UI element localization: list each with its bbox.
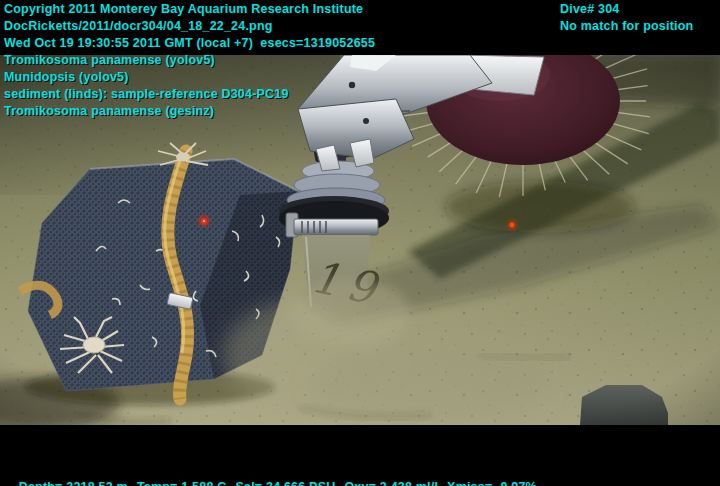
overlay-position-status: No match for position	[560, 19, 693, 34]
overlay-dive-number: Dive# 304	[560, 2, 619, 17]
overlay-annotation-2: Munidopsis (yolov5)	[4, 70, 129, 85]
overlay-annotation-3: sediment (linds): sample-reference D304-…	[4, 87, 289, 102]
xmiss-reading: Xmiss= -0.97%	[447, 480, 537, 486]
temp-reading: Temp= 1.588 C	[137, 480, 227, 486]
overlay-annotation-4: Tromikosoma panamense (gesinz)	[4, 104, 214, 119]
oxygen-reading: Oxy= 2.438 ml/l	[344, 480, 438, 486]
salinity-reading: Sal= 34.666 PSU	[235, 480, 335, 486]
telemetry-bar: Depth= 3218.52 mTemp= 1.588 CSal= 34.666…	[4, 466, 546, 486]
overlay-copyright: Copyright 2011 Monterey Bay Aquarium Res…	[4, 2, 363, 17]
video-frame: 19	[0, 0, 720, 486]
overlay-annotation-1: Tromikosoma panamense (yolov5)	[4, 53, 215, 68]
overlay-timestamp: Wed Oct 19 19:30:55 2011 GMT (local +7) …	[4, 36, 375, 51]
depth-reading: Depth= 3218.52 m	[19, 480, 128, 486]
overlay-file-path: DocRicketts/2011/docr304/04_18_22_24.png	[4, 19, 273, 34]
